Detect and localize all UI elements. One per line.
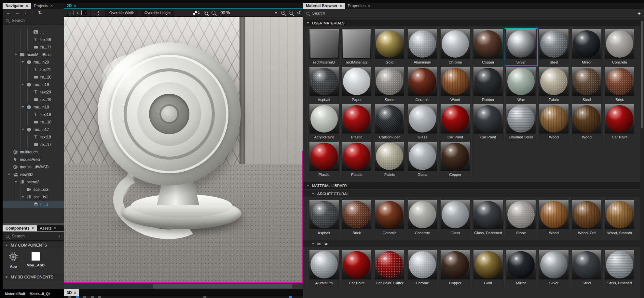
material-car-paint[interactable]: Car Paint	[603, 103, 636, 141]
expand-arrow-icon[interactable]	[21, 196, 24, 198]
zoom-in-icon[interactable]: +	[204, 11, 208, 15]
section-architectural[interactable]: ARCHITECTURAL	[303, 190, 640, 197]
material-fabric[interactable]: Fabric	[538, 66, 570, 103]
tree-item-re-20[interactable]: re...20	[3, 73, 64, 81]
material-silver[interactable]: Silver	[538, 249, 570, 287]
section-my-3d-components[interactable]: MY 3D COMPONENTS	[3, 274, 64, 281]
material-chrome[interactable]: Chrome	[439, 28, 472, 66]
expand-arrow-icon[interactable]	[21, 129, 24, 130]
material-plastic[interactable]: Plastic	[308, 141, 340, 178]
material-search[interactable]: Search +	[303, 9, 644, 18]
material-gold[interactable]: Gold	[472, 249, 505, 287]
panel-splitter[interactable]	[3, 223, 64, 225]
close-icon[interactable]: ×	[368, 4, 370, 8]
expand-arrow-icon[interactable]	[21, 106, 24, 108]
material-copper[interactable]: Copper	[472, 28, 505, 66]
scrollbar-thumb[interactable]	[641, 21, 643, 128]
material-wood[interactable]: Wood	[538, 103, 570, 141]
expand-arrow-icon[interactable]	[21, 61, 24, 63]
component-mou-asd[interactable]: Mou...ASD	[27, 252, 45, 268]
close-icon[interactable]: ×	[74, 291, 76, 295]
section-user-materials[interactable]: USER MATERIALS	[303, 20, 640, 26]
tree-item-re-19[interactable]: re...19	[3, 96, 64, 103]
status-item[interactable]: MaterialBall	[5, 292, 25, 296]
add-component-button[interactable]: +	[58, 233, 61, 239]
close-icon[interactable]: ×	[32, 226, 34, 231]
tab-components[interactable]: Components×	[3, 225, 37, 231]
snap-tool-icon[interactable]	[98, 296, 101, 298]
material-asphalt[interactable]: Asphalt	[308, 66, 340, 103]
material-ceramic[interactable]: Ceramic	[406, 66, 439, 103]
anchor-parent-icon[interactable]: a	[81, 10, 87, 15]
material-glass[interactable]: Glass	[439, 199, 472, 236]
material-asphalt[interactable]: Asphalt	[308, 199, 340, 236]
zoom-level[interactable]: 90 %	[221, 10, 230, 15]
tree-item-mouse-dwasd[interactable]: mouse...dWASD	[3, 163, 64, 171]
override-height-button[interactable]: Override Height	[141, 10, 175, 16]
tree-item-scene2[interactable]: scene2	[3, 178, 64, 186]
material-glass[interactable]: Glass	[406, 141, 439, 178]
expand-arrow-icon[interactable]	[15, 54, 17, 55]
material-concrete[interactable]: Concrete	[603, 28, 636, 66]
tree-item-text46[interactable]: Ttext46	[3, 36, 64, 43]
orbit-icon[interactable]	[203, 296, 206, 298]
background-toggle-icon[interactable]	[193, 11, 200, 15]
tab-material-browser[interactable]: Material Browser×	[303, 3, 345, 9]
navigator-search[interactable]: Search	[3, 16, 64, 25]
horizontal-scrollbar[interactable]	[64, 283, 303, 289]
material-paper[interactable]: Paper	[340, 66, 373, 103]
expand-arrow-icon[interactable]	[21, 84, 24, 85]
play-pause-icon[interactable]	[289, 296, 292, 298]
tree-item-multitouch[interactable]: multitouch	[3, 148, 64, 156]
material-aluminium[interactable]: Aluminium	[406, 28, 439, 66]
material-concrete[interactable]: Concrete	[406, 199, 439, 236]
arrow-up-icon[interactable]: ↑	[31, 10, 33, 15]
material-aluminium[interactable]: Aluminium	[308, 249, 340, 287]
vertical-scrollbar[interactable]	[640, 18, 644, 298]
material-chrome[interactable]: Chrome	[406, 249, 439, 287]
material-wood-smooth[interactable]: Wood, Smooth	[603, 199, 636, 236]
section-material-library[interactable]: MATERIAL LIBRARY	[303, 182, 640, 189]
material-rectmaterial2[interactable]: rectMaterial2	[340, 28, 373, 66]
move-tool-icon[interactable]	[76, 296, 79, 298]
dropdown-arrow-icon[interactable]	[275, 12, 277, 14]
arrow-left-icon[interactable]: ←	[6, 10, 10, 15]
material-car-paint[interactable]: Car Paint	[439, 103, 472, 141]
tree-item-text19[interactable]: Ttext19	[3, 111, 64, 118]
status-item[interactable]: Mater...ll_Qt	[30, 292, 50, 296]
tab-projects[interactable]: Projects×	[31, 3, 55, 9]
collapse-arrow-icon[interactable]	[312, 193, 314, 194]
tree-item-rou-n18[interactable]: rou...n18	[3, 103, 64, 111]
material-brick[interactable]: Brick	[340, 199, 373, 236]
zoom-selection-icon[interactable]: ×	[281, 11, 285, 15]
material-plastic[interactable]: Plastic	[340, 103, 373, 141]
tree-item-rou-n19[interactable]: rou...n19	[3, 81, 64, 88]
tree-item-m-t[interactable]: m...t	[3, 201, 64, 208]
tab-properties[interactable]: Properties×	[345, 3, 373, 9]
material-wax[interactable]: Wax	[505, 66, 538, 103]
material-steel-brushed[interactable]: Steel, Brushed	[603, 249, 636, 287]
tree-item-sce-ts1[interactable]: sce...ts1	[3, 193, 64, 201]
material-gold[interactable]: Gold	[373, 28, 406, 66]
anchor-x-icon[interactable]: x	[66, 10, 71, 15]
tab-2d[interactable]: 2D×	[64, 3, 79, 8]
material-car-paint[interactable]: Car Paint	[340, 249, 373, 287]
material-brick[interactable]: Brick	[603, 66, 636, 103]
tab-navigator[interactable]: Navigator×	[3, 3, 31, 9]
collapse-arrow-icon[interactable]	[5, 277, 8, 278]
bounds-icon[interactable]	[94, 11, 99, 15]
arrow-down-icon[interactable]: ↓	[24, 10, 26, 15]
section-my-components[interactable]: MY COMPONENTS	[3, 242, 64, 249]
material-mirror[interactable]: Mirror	[505, 249, 538, 287]
tree-item-text18[interactable]: Ttext18	[3, 133, 64, 141]
material-mirror[interactable]: Mirror	[570, 28, 603, 66]
material-car-paint[interactable]: Car Paint	[472, 103, 505, 141]
tree-item-mainm-tbtns[interactable]: mainM...tBtns	[3, 51, 64, 58]
filter-icon[interactable]	[38, 10, 42, 15]
collapse-arrow-icon[interactable]	[307, 185, 309, 186]
material-rectmaterial3[interactable]: rectMaterial3	[308, 28, 340, 66]
material-ceramic[interactable]: Ceramic	[373, 199, 406, 236]
tree-item-rou-n17[interactable]: rou...n17	[3, 126, 64, 133]
material-fabric[interactable]: Fabric	[373, 141, 406, 178]
tree-item-rou-n20[interactable]: rou...n20	[3, 58, 64, 66]
